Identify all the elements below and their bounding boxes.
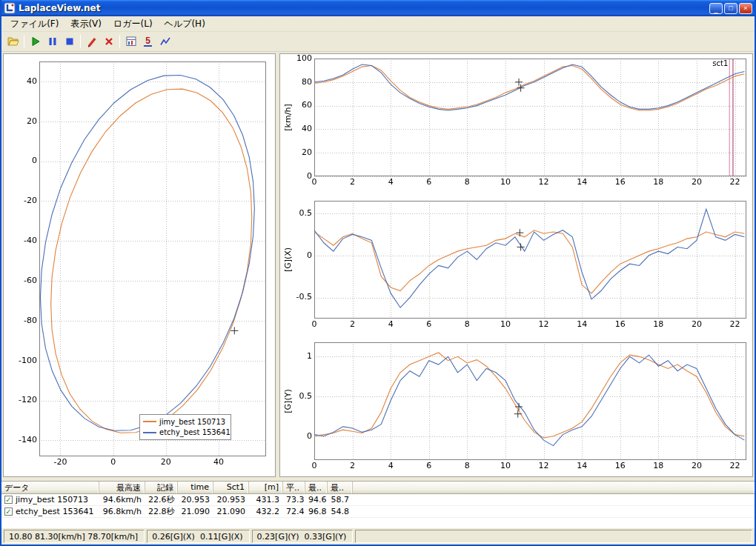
app-window: LaplaceView.net _ □ × ファイル(F) 表示(V) ロガー(… [0, 0, 756, 546]
open-file-button[interactable] [4, 33, 21, 50]
legend-item: etchy_best 153641 [143, 428, 228, 436]
menu-help[interactable]: ヘルプ(H) [159, 16, 211, 32]
time-value: 21.090 [178, 507, 213, 516]
top-speed-value: 94.6km/h [99, 495, 145, 505]
column-header-m[interactable]: [m] [249, 482, 283, 493]
graph-table-button[interactable] [122, 33, 139, 50]
column-header-topspeed[interactable]: 最高速 [99, 482, 145, 493]
speed-chart-canvas[interactable] [280, 54, 752, 193]
lap-5-icon: 5 [144, 36, 152, 47]
toolbar-separator [80, 35, 81, 48]
gx-chart-canvas[interactable] [280, 196, 752, 335]
line-chart-icon [159, 36, 171, 47]
table-row[interactable]: ✓ etchy_best 153641 96.8km/h 22.8秒 21.09… [1, 506, 755, 518]
column-header-time[interactable]: time [178, 482, 213, 493]
legend-label: etchy_best 153641 [159, 428, 231, 436]
minimize-icon: _ [710, 5, 722, 14]
stop-button[interactable] [61, 33, 78, 50]
status-gx-values: 0.26[G](X) 0.11[G](X) [147, 530, 249, 543]
lap-5-button[interactable]: 5 [139, 33, 156, 50]
max-value: 94.6 [305, 495, 328, 505]
data-table: データ 最高速 記録 time Sct1 [m] 平.. 最.. 最.. ✓ j… [1, 481, 755, 528]
main-area: jimy_best 150713 etchy_best 153641 [1, 52, 755, 479]
toolbar-separator [119, 35, 120, 48]
table-header-row: データ 最高速 記録 time Sct1 [m] 平.. 最.. 最.. [1, 482, 755, 494]
play-button[interactable] [27, 33, 44, 50]
track-legend: jimy_best 150713 etchy_best 153641 [139, 414, 231, 440]
pause-icon [47, 36, 59, 47]
legend-label: jimy_best 150713 [159, 418, 225, 426]
min-value: 54.8 [328, 507, 353, 516]
lap-name: jimy_best 150713 [16, 495, 88, 505]
status-bar: 10.80 81.30[km/h] 78.70[km/h] 0.26[G](X)… [1, 528, 755, 545]
column-header-avg[interactable]: 平.. [283, 482, 305, 493]
app-icon [4, 2, 16, 14]
open-folder-icon [7, 36, 19, 47]
lap-name: etchy_best 153641 [16, 507, 93, 516]
status-gy-values: 0.23[G](Y) 0.33[G](Y) [252, 530, 354, 543]
column-header-record[interactable]: 記録 [145, 482, 178, 493]
pause-button[interactable] [44, 33, 61, 50]
table-row[interactable]: ✓ jimy_best 150713 94.6km/h 22.6秒 20.953… [1, 494, 755, 506]
row-checkbox[interactable]: ✓ [4, 496, 13, 504]
marker-button[interactable] [83, 33, 100, 50]
charts-panel [279, 53, 753, 477]
legend-item: jimy_best 150713 [143, 418, 228, 426]
minimize-button[interactable]: _ [709, 3, 723, 14]
title-bar[interactable]: LaplaceView.net _ □ × [1, 0, 755, 16]
graph-table-icon [125, 36, 137, 47]
track-map-canvas[interactable] [4, 54, 275, 476]
record-value: 22.6秒 [145, 494, 178, 505]
time-value: 20.953 [178, 495, 213, 505]
menu-file[interactable]: ファイル(F) [4, 16, 64, 32]
avg-value: 72.4 [283, 507, 305, 516]
row-checkbox[interactable]: ✓ [4, 507, 13, 516]
menu-logger[interactable]: ロガー(L) [107, 16, 159, 32]
delete-button[interactable] [100, 33, 117, 50]
status-filler [355, 530, 752, 543]
column-header-max[interactable]: 最.. [305, 482, 328, 493]
line-chart-button[interactable] [156, 33, 173, 50]
stop-icon [64, 36, 76, 47]
legend-line-swatch [143, 432, 156, 433]
record-value: 22.8秒 [145, 506, 178, 517]
gy-chart-canvas[interactable] [280, 338, 752, 476]
toolbar: 5 [1, 32, 755, 52]
track-map-panel: jimy_best 150713 etchy_best 153641 [3, 53, 276, 477]
status-cursor-values: 10.80 81.30[km/h] 78.70[km/h] [4, 530, 145, 543]
marker-pen-icon [86, 36, 98, 47]
maximize-button[interactable]: □ [724, 3, 737, 14]
column-header-data[interactable]: データ [1, 482, 99, 493]
avg-value: 73.3 [283, 495, 305, 505]
menu-view[interactable]: 表示(V) [64, 16, 107, 32]
column-header-filler [353, 482, 755, 493]
menu-bar: ファイル(F) 表示(V) ロガー(L) ヘルプ(H) [1, 16, 755, 32]
distance-value: 432.2 [249, 507, 283, 516]
distance-value: 431.3 [249, 495, 283, 505]
sct1-value: 21.090 [213, 507, 249, 516]
min-value: 58.7 [328, 495, 353, 505]
max-value: 96.8 [305, 507, 328, 516]
maximize-icon: □ [725, 4, 737, 13]
column-header-min[interactable]: 最.. [328, 482, 353, 493]
toolbar-separator [24, 35, 24, 48]
legend-line-swatch [143, 421, 156, 422]
close-button[interactable]: × [739, 3, 752, 14]
column-header-sct1[interactable]: Sct1 [213, 482, 249, 493]
close-icon: × [740, 4, 752, 13]
sct1-value: 20.953 [213, 495, 249, 505]
delete-x-icon [103, 36, 115, 47]
window-title: LaplaceView.net [19, 3, 100, 13]
play-icon [30, 36, 42, 47]
top-speed-value: 96.8km/h [99, 507, 145, 516]
